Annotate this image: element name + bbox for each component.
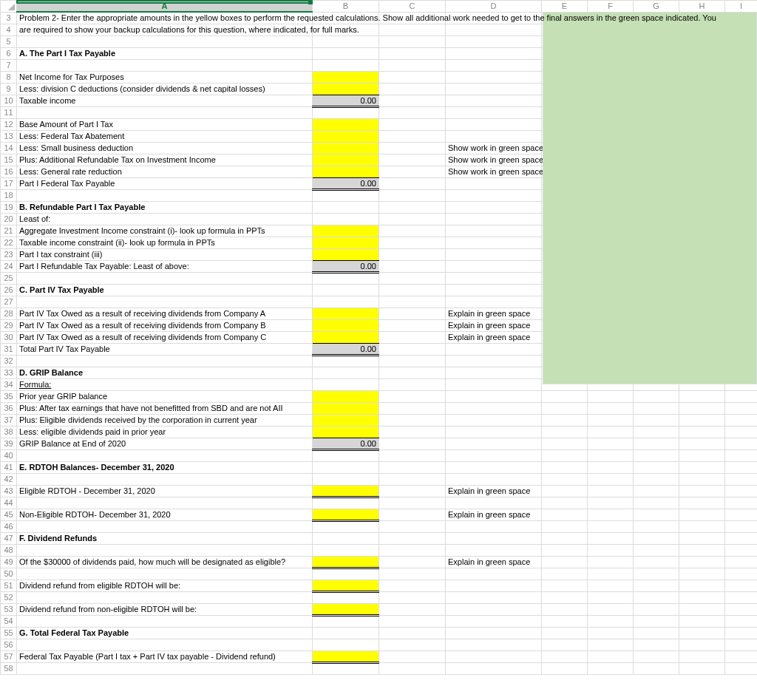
cell-G42[interactable]: [634, 473, 679, 485]
cell-B22[interactable]: [313, 237, 379, 248]
cell-A53[interactable]: Dividend refund from non-eligible RDTOH …: [17, 603, 313, 615]
cell-A43[interactable]: Eligible RDTOH - December 31, 2020: [17, 485, 313, 497]
column-header-g[interactable]: G: [634, 1, 679, 13]
cell-A40[interactable]: [17, 449, 313, 461]
cell-H37[interactable]: [679, 414, 725, 426]
row-header[interactable]: 4: [1, 24, 17, 35]
column-header-i[interactable]: I: [725, 1, 758, 13]
cell-D49[interactable]: Explain in green space: [446, 556, 542, 568]
cell-D13[interactable]: [446, 130, 542, 142]
row-header[interactable]: 51: [1, 580, 17, 591]
cell-A10[interactable]: Taxable income: [17, 95, 313, 106]
row-header[interactable]: 33: [1, 367, 17, 378]
cell-A7[interactable]: [17, 59, 313, 71]
cell-C57[interactable]: [379, 650, 446, 662]
cell-C44[interactable]: [379, 497, 446, 509]
row-header[interactable]: 53: [1, 603, 17, 615]
cell-A42[interactable]: [17, 473, 313, 485]
cell-D40[interactable]: [446, 449, 542, 461]
row-header[interactable]: 55: [1, 627, 17, 639]
cell-G37[interactable]: [634, 414, 679, 426]
cell-C47[interactable]: [379, 532, 446, 544]
cell-D25[interactable]: [446, 272, 542, 284]
cell-E41[interactable]: [542, 461, 588, 473]
row-header[interactable]: 22: [1, 237, 17, 248]
cell-F38[interactable]: [588, 426, 634, 438]
cell-G50[interactable]: [634, 568, 679, 580]
cell-B51[interactable]: [313, 580, 379, 591]
cell-E50[interactable]: [542, 568, 588, 580]
cell-B15[interactable]: [313, 154, 379, 166]
cell-F41[interactable]: [588, 461, 634, 473]
cell-E44[interactable]: [542, 497, 588, 509]
cell-F52[interactable]: [588, 591, 634, 603]
cell-C48[interactable]: [379, 544, 446, 556]
row-header[interactable]: 29: [1, 319, 17, 331]
row-header[interactable]: 12: [1, 118, 17, 130]
cell-F50[interactable]: [588, 568, 634, 580]
cell-B3[interactable]: [313, 12, 379, 24]
cell-H54[interactable]: [679, 615, 725, 627]
cell-B19[interactable]: [313, 201, 379, 213]
cell-C27[interactable]: [379, 296, 446, 307]
select-all-corner[interactable]: [1, 1, 17, 13]
cell-C30[interactable]: [379, 331, 446, 343]
cell-F43[interactable]: [588, 485, 634, 497]
cell-C38[interactable]: [379, 426, 446, 438]
cell-B7[interactable]: [313, 59, 379, 71]
cell-B36[interactable]: [313, 402, 379, 414]
cell-I57[interactable]: [725, 650, 758, 662]
cell-B48[interactable]: [313, 544, 379, 556]
cell-A45[interactable]: Non-Eligible RDTOH- December 31, 2020: [17, 509, 313, 520]
row-header[interactable]: 16: [1, 166, 17, 177]
cell-A34[interactable]: Formula:: [17, 378, 313, 390]
row-header[interactable]: 27: [1, 296, 17, 307]
cell-C24[interactable]: [379, 260, 446, 272]
cell-C41[interactable]: [379, 461, 446, 473]
cell-C7[interactable]: [379, 59, 446, 71]
cell-G41[interactable]: [634, 461, 679, 473]
cell-C18[interactable]: [379, 189, 446, 201]
row-header[interactable]: 31: [1, 343, 17, 355]
row-header[interactable]: 40: [1, 449, 17, 461]
cell-A30[interactable]: Part IV Tax Owed as a result of receivin…: [17, 331, 313, 343]
cell-A33[interactable]: D. GRIP Balance: [17, 367, 313, 378]
cell-A55[interactable]: G. Total Federal Tax Payable: [17, 627, 313, 639]
cell-A54[interactable]: [17, 615, 313, 627]
cell-A52[interactable]: [17, 591, 313, 603]
cell-F37[interactable]: [588, 414, 634, 426]
row-header[interactable]: 44: [1, 497, 17, 509]
cell-B31[interactable]: 0.00: [313, 343, 379, 355]
cell-G35[interactable]: [634, 390, 679, 402]
cell-F45[interactable]: [588, 509, 634, 520]
row-header[interactable]: 48: [1, 544, 17, 556]
cell-G40[interactable]: [634, 449, 679, 461]
cell-D38[interactable]: [446, 426, 542, 438]
cell-C39[interactable]: [379, 438, 446, 449]
cell-C12[interactable]: [379, 118, 446, 130]
cell-B34[interactable]: [313, 378, 379, 390]
cell-C17[interactable]: [379, 177, 446, 189]
cell-D35[interactable]: [446, 390, 542, 402]
cell-D19[interactable]: [446, 201, 542, 213]
column-header-b[interactable]: B: [313, 1, 379, 13]
cell-G54[interactable]: [634, 615, 679, 627]
cell-I50[interactable]: [725, 568, 758, 580]
cell-A17[interactable]: Part I Federal Tax Payable: [17, 177, 313, 189]
cell-B43[interactable]: [313, 485, 379, 497]
cell-A37[interactable]: Plus: Eligible dividends received by the…: [17, 414, 313, 426]
row-header[interactable]: 52: [1, 591, 17, 603]
cell-B10[interactable]: 0.00: [313, 95, 379, 106]
cell-A18[interactable]: [17, 189, 313, 201]
cell-F44[interactable]: [588, 497, 634, 509]
column-header-c[interactable]: C: [379, 1, 446, 13]
column-header-d[interactable]: D: [446, 1, 542, 13]
cell-B33[interactable]: [313, 367, 379, 378]
cell-B57[interactable]: [313, 650, 379, 662]
cell-D14[interactable]: Show work in green space: [446, 142, 542, 154]
cell-C35[interactable]: [379, 390, 446, 402]
cell-E55[interactable]: [542, 627, 588, 639]
cell-E58[interactable]: [542, 662, 588, 674]
cell-H50[interactable]: [679, 568, 725, 580]
cell-H35[interactable]: [679, 390, 725, 402]
